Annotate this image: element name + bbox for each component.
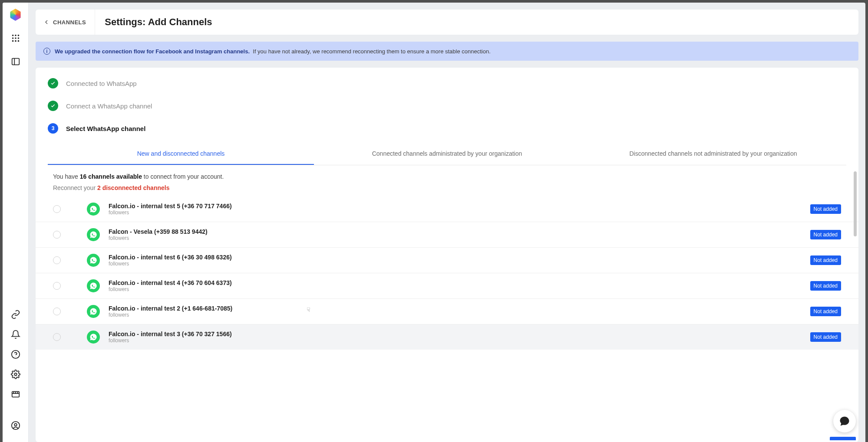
status-badge: Not added	[810, 204, 841, 214]
channel-name: Falcon - Vesela (+359 88 513 9442)	[109, 228, 802, 235]
svg-point-5	[17, 37, 19, 39]
app-logo[interactable]	[10, 9, 22, 21]
account-icon[interactable]	[10, 419, 22, 432]
status-badge: Not added	[810, 230, 841, 239]
bottom-action-nub	[830, 437, 856, 440]
channel-sub: followers	[109, 261, 802, 267]
svg-point-6	[12, 40, 13, 42]
check-icon	[48, 78, 58, 88]
channel-checkbox[interactable]	[53, 308, 61, 315]
channel-name: Falcon.io - internal test 6 (+36 30 498 …	[109, 254, 802, 261]
panel-icon[interactable]	[10, 56, 22, 68]
channel-checkbox[interactable]	[53, 205, 61, 213]
channel-row[interactable]: Falcon.io - internal test 5 (+36 70 717 …	[36, 196, 858, 222]
back-label: CHANNELS	[53, 19, 86, 26]
channel-row[interactable]: Falcon.io - internal test 3 (+36 70 327 …	[36, 324, 858, 350]
chevron-left-icon	[44, 20, 49, 24]
svg-rect-9	[12, 59, 19, 65]
svg-point-8	[17, 40, 19, 42]
svg-point-7	[15, 40, 17, 42]
step-2-label: Connect a WhatsApp channel	[66, 102, 152, 110]
svg-point-1	[15, 35, 17, 36]
channel-row[interactable]: Falcon.io - internal test 4 (+36 70 604 …	[36, 273, 858, 299]
whatsapp-icon	[87, 279, 100, 292]
channel-sub: followers	[109, 235, 802, 241]
whatsapp-icon	[87, 331, 100, 344]
info-icon: i	[43, 48, 50, 55]
tab-new-disconnected[interactable]: New and disconnected channels	[48, 143, 314, 165]
step-2: Connect a WhatsApp channel	[48, 101, 846, 111]
help-icon[interactable]	[10, 348, 22, 360]
back-button[interactable]: CHANNELS	[36, 10, 95, 35]
svg-point-4	[15, 37, 17, 39]
tab-disconnected-not-org[interactable]: Disconnected channels not administrated …	[580, 143, 846, 165]
bell-icon[interactable]	[10, 328, 22, 341]
gear-icon[interactable]	[10, 368, 22, 380]
svg-point-20	[14, 423, 17, 426]
status-badge: Not added	[810, 255, 841, 265]
channels-summary: You have 16 channels available to connec…	[36, 165, 858, 183]
chat-icon	[838, 415, 851, 427]
channel-name: Falcon.io - internal test 2 (+1 646-681-…	[109, 305, 802, 312]
movie-icon[interactable]	[10, 388, 22, 400]
tab-connected-org[interactable]: Connected channels administrated by your…	[314, 143, 580, 165]
channel-checkbox[interactable]	[53, 333, 61, 341]
info-banner: i We upgraded the connection flow for Fa…	[36, 42, 858, 61]
check-icon	[48, 101, 58, 111]
top-bar: CHANNELS Settings: Add Channels	[36, 10, 858, 35]
status-badge: Not added	[810, 281, 841, 291]
page-title: Settings: Add Channels	[95, 16, 212, 28]
banner-rest: If you have not already, we recommend re…	[253, 48, 491, 55]
step-3-label: Select WhatsApp channel	[66, 125, 145, 132]
whatsapp-icon	[87, 254, 100, 267]
channel-checkbox[interactable]	[53, 256, 61, 264]
step-1: Connected to WhatsApp	[48, 78, 846, 88]
step-list: Connected to WhatsApp Connect a WhatsApp…	[36, 68, 858, 139]
svg-point-13	[14, 373, 17, 376]
main-panel: Connected to WhatsApp Connect a WhatsApp…	[36, 68, 858, 442]
channel-sub: followers	[109, 337, 802, 344]
chat-fab[interactable]	[833, 410, 856, 432]
apps-icon[interactable]	[10, 32, 22, 44]
reconnect-warning: Reconnect your 2 disconnected channels	[36, 183, 858, 196]
channel-list: Falcon.io - internal test 5 (+36 70 717 …	[36, 196, 858, 350]
whatsapp-icon	[87, 305, 100, 318]
channel-sub: followers	[109, 312, 802, 318]
whatsapp-icon	[87, 203, 100, 216]
channel-name: Falcon.io - internal test 3 (+36 70 327 …	[109, 331, 802, 337]
channel-row[interactable]: Falcon - Vesela (+359 88 513 9442) follo…	[36, 222, 858, 248]
channel-checkbox[interactable]	[53, 282, 61, 290]
link-icon[interactable]	[10, 308, 22, 321]
step-3: 3 Select WhatsApp channel	[48, 123, 846, 134]
channel-sub: followers	[109, 286, 802, 292]
svg-point-3	[12, 37, 13, 39]
step-number-badge: 3	[48, 123, 58, 134]
channel-name: Falcon.io - internal test 5 (+36 70 717 …	[109, 203, 802, 210]
scrollbar-thumb[interactable]	[854, 171, 857, 236]
channel-checkbox[interactable]	[53, 231, 61, 239]
channel-sub: followers	[109, 210, 802, 216]
svg-point-0	[12, 35, 13, 36]
status-badge: Not added	[810, 307, 841, 316]
channel-name: Falcon.io - internal test 4 (+36 70 604 …	[109, 279, 802, 286]
channel-row[interactable]: Falcon.io - internal test 6 (+36 30 498 …	[36, 248, 858, 273]
whatsapp-icon	[87, 228, 100, 241]
svg-point-2	[17, 35, 19, 36]
tab-bar: New and disconnected channels Connected …	[48, 143, 846, 165]
step-1-label: Connected to WhatsApp	[66, 80, 137, 87]
left-rail	[3, 3, 29, 442]
status-badge: Not added	[810, 332, 841, 342]
channel-row[interactable]: Falcon.io - internal test 2 (+1 646-681-…	[36, 299, 858, 324]
banner-lead: We upgraded the connection flow for Face…	[55, 48, 250, 55]
